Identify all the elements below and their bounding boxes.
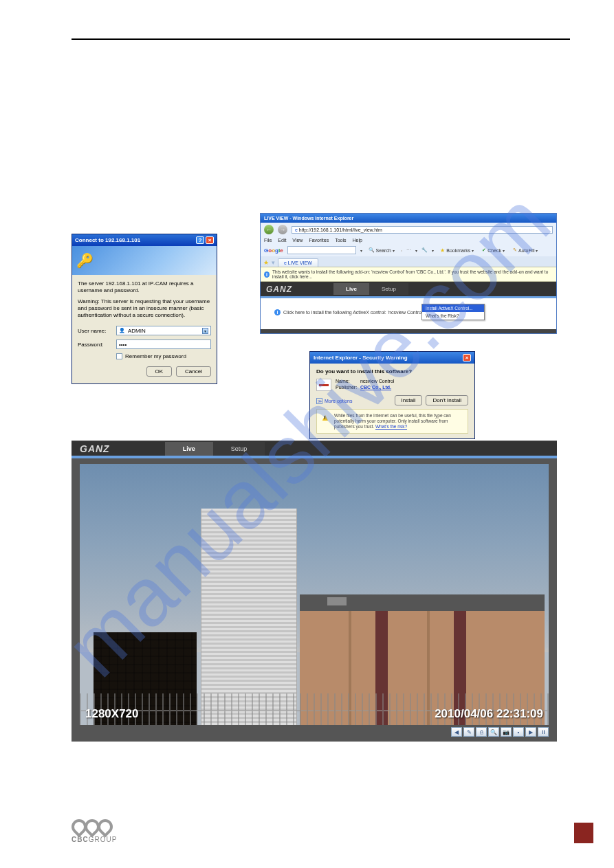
ganz-logo: GANZ xyxy=(80,443,110,454)
user-icon: 👤 xyxy=(119,328,125,333)
remember-label: Remember my password xyxy=(125,353,186,359)
cam-tab-live[interactable]: Live xyxy=(333,283,369,295)
security-question: Do you want to install this software? xyxy=(316,368,468,375)
wrench-icon[interactable]: 🔧 xyxy=(421,247,428,253)
close-icon[interactable]: × xyxy=(206,236,214,244)
password-value: •••• xyxy=(119,342,127,348)
dont-install-button[interactable]: Don't Install xyxy=(426,395,468,405)
search-button[interactable]: 🔍 Search ▾ xyxy=(366,247,397,253)
header-rule xyxy=(72,38,570,40)
username-combo[interactable]: 👤 ADMIN ▾ xyxy=(116,326,211,335)
remember-checkbox[interactable]: Remember my password xyxy=(116,353,211,359)
ok-button[interactable]: OK xyxy=(146,366,173,377)
search-icon: 🔍 xyxy=(369,247,375,253)
bookmarks-button[interactable]: ★ Bookmarks ▾ xyxy=(438,247,476,254)
google-toolbar: Google ▾ 🔍 Search ▾ • ⋯ ▾ 🔧 ▾ ★ Bookmark… xyxy=(261,244,556,256)
whats-risk-link[interactable]: What's the risk? xyxy=(375,424,407,429)
publisher-label: Publisher: xyxy=(336,385,359,390)
info-icon: i xyxy=(274,309,281,315)
ie-tab-strip: ★ ▾ e LIVE VIEW xyxy=(261,256,556,267)
ie-icon: e xyxy=(284,260,287,265)
tool-sound-icon[interactable]: ◀ xyxy=(451,727,462,737)
cam-tab-setup[interactable]: Setup xyxy=(369,283,408,295)
google-search-input[interactable] xyxy=(287,246,356,254)
tool-record-icon[interactable]: • xyxy=(513,727,524,737)
favorites-star-icon[interactable]: ★ xyxy=(263,259,269,266)
publisher-link[interactable]: CBC Co., Ltd. xyxy=(360,385,391,390)
ie-menu-bar: File Edit View Favorites Tools Help xyxy=(261,236,556,244)
menu-whats-risk[interactable]: What's the Risk? xyxy=(422,312,484,320)
url-input[interactable]: e http://192.168.1.101/html/live_view.ht… xyxy=(292,226,553,234)
menu-view[interactable]: View xyxy=(292,238,303,243)
chevron-down-icon[interactable]: ▾ xyxy=(360,248,362,253)
activex-prompt[interactable]: i Click here to install the following Ac… xyxy=(274,309,549,315)
infobar-text: This website wants to install the follow… xyxy=(272,269,553,279)
building-tower xyxy=(201,509,297,725)
camera-header: GANZ Live Setup xyxy=(261,282,556,296)
tool-pause-icon[interactable]: ⏸ xyxy=(538,727,549,737)
menu-favorites[interactable]: Favorites xyxy=(309,238,329,243)
keys-icon: 🔑 xyxy=(76,252,94,269)
close-icon[interactable]: × xyxy=(463,354,471,361)
chevron-down-icon[interactable]: ▾ xyxy=(202,328,208,334)
cbc-logo: CBCGROUP xyxy=(72,819,117,843)
osd-resolution: 1280X720 xyxy=(85,707,139,721)
main-header: GANZ Live Setup xyxy=(72,441,557,456)
security-warning-box: While files from the Internet can be use… xyxy=(316,409,468,434)
google-logo: Google xyxy=(264,247,283,254)
menu-help[interactable]: Help xyxy=(353,238,362,243)
server-message: The server 192.168.1.101 at IP-CAM requi… xyxy=(78,280,211,294)
tool-zoom-icon[interactable]: 🔍 xyxy=(488,727,499,737)
password-field[interactable]: •••• xyxy=(116,340,211,349)
logo-ring-icon xyxy=(94,816,116,837)
star-icon: ★ xyxy=(440,247,445,254)
page-footer: CBCGROUP xyxy=(72,819,593,843)
forward-icon[interactable]: → xyxy=(278,225,287,234)
back-icon[interactable]: ← xyxy=(264,225,274,234)
ie-infobar[interactable]: i This website wants to install the foll… xyxy=(261,267,556,282)
login-banner: 🔑 xyxy=(72,246,217,275)
name-label: Name: xyxy=(336,379,359,383)
software-name: ncsview Control xyxy=(360,379,394,383)
ie-address-bar: ← → e http://192.168.1.101/html/live_vie… xyxy=(261,223,556,236)
toolbar-dot-icon: ⋯ xyxy=(406,247,411,253)
video-viewport: 1280X720 2010/04/06 22:31:09 xyxy=(80,464,549,725)
tab-label: LIVE VIEW xyxy=(288,260,312,265)
software-thumb-icon xyxy=(316,379,331,391)
url-value: http://192.168.1.101/html/live_view.htm xyxy=(299,227,382,232)
favorites-arrow-icon[interactable]: ▾ xyxy=(272,259,275,266)
autofill-icon: ✎ xyxy=(513,247,517,253)
page-number-badge xyxy=(574,823,593,843)
ie-window-title: LIVE VIEW - Windows Internet Explorer xyxy=(264,216,353,221)
tool-display-icon[interactable]: ⎙ xyxy=(476,727,487,737)
tool-snapshot-icon[interactable]: 📷 xyxy=(501,727,512,737)
main-camera-view: GANZ Live Setup 1280X720 2010/04/06 22:3… xyxy=(72,441,557,741)
menu-edit[interactable]: Edit xyxy=(278,238,286,243)
ganz-logo: GANZ xyxy=(266,285,292,294)
menu-tools[interactable]: Tools xyxy=(335,238,346,243)
tab-live[interactable]: Live xyxy=(165,442,213,456)
autofill-button[interactable]: ✎ AutoFill ▾ xyxy=(511,247,540,253)
tool-draw-icon[interactable]: ✎ xyxy=(463,727,474,737)
camera-body: i Click here to install the following Ac… xyxy=(261,296,556,329)
check-button[interactable]: ✔ Check ▾ xyxy=(480,247,507,253)
cancel-button[interactable]: Cancel xyxy=(176,366,211,377)
install-button[interactable]: Install xyxy=(395,395,423,405)
more-options-toggle[interactable]: ≫ More options xyxy=(316,398,352,404)
ie-titlebar: LIVE VIEW - Windows Internet Explorer xyxy=(261,214,556,223)
browser-tab[interactable]: e LIVE VIEW xyxy=(278,258,318,267)
checkbox-icon xyxy=(116,353,122,359)
password-label: Password: xyxy=(78,342,116,348)
ie-browser-window: LIVE VIEW - Windows Internet Explorer ← … xyxy=(260,213,557,334)
username-label: User name: xyxy=(78,328,116,334)
username-value: ADMIN xyxy=(128,328,146,334)
warning-message: Warning: This server is requesting that … xyxy=(78,298,211,319)
ie-icon: e xyxy=(295,227,298,232)
menu-install-activex[interactable]: Install ActiveX Control... xyxy=(422,304,484,312)
help-icon[interactable]: ? xyxy=(196,236,204,244)
video-toolbar: ◀ ✎ ⎙ 🔍 📷 • ▶ ⏸ xyxy=(80,725,549,737)
tab-setup[interactable]: Setup xyxy=(213,442,265,456)
chevron-down-icon: ▾ xyxy=(393,248,395,253)
tool-play-icon[interactable]: ▶ xyxy=(525,727,536,737)
menu-file[interactable]: File xyxy=(264,238,272,243)
